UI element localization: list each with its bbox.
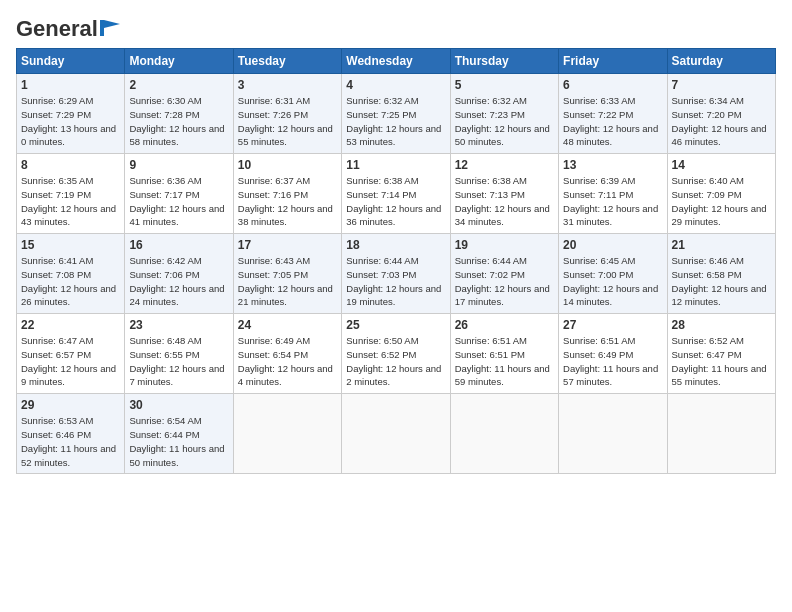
day-sunrise: Sunrise: 6:44 AM	[346, 255, 418, 266]
day-sunset: Sunset: 6:52 PM	[346, 349, 416, 360]
day-daylight-label: Daylight: 11 hours and 59 minutes.	[455, 363, 550, 388]
day-number: 14	[672, 158, 771, 172]
day-daylight-label: Daylight: 12 hours and 21 minutes.	[238, 283, 333, 308]
calendar-day-cell: 4 Sunrise: 6:32 AM Sunset: 7:25 PM Dayli…	[342, 74, 450, 154]
day-number: 25	[346, 318, 445, 332]
day-number: 5	[455, 78, 554, 92]
day-sunrise: Sunrise: 6:45 AM	[563, 255, 635, 266]
day-sunset: Sunset: 7:22 PM	[563, 109, 633, 120]
day-daylight-label: Daylight: 12 hours and 31 minutes.	[563, 203, 658, 228]
day-daylight-label: Daylight: 12 hours and 12 minutes.	[672, 283, 767, 308]
day-daylight-label: Daylight: 12 hours and 29 minutes.	[672, 203, 767, 228]
empty-cell	[450, 394, 558, 474]
day-of-week-header: Monday	[125, 49, 233, 74]
day-sunset: Sunset: 6:47 PM	[672, 349, 742, 360]
day-number: 26	[455, 318, 554, 332]
day-number: 20	[563, 238, 662, 252]
day-number: 27	[563, 318, 662, 332]
day-number: 23	[129, 318, 228, 332]
day-sunset: Sunset: 6:54 PM	[238, 349, 308, 360]
day-number: 29	[21, 398, 120, 412]
day-sunrise: Sunrise: 6:46 AM	[672, 255, 744, 266]
calendar-day-cell: 16 Sunrise: 6:42 AM Sunset: 7:06 PM Dayl…	[125, 234, 233, 314]
day-sunrise: Sunrise: 6:40 AM	[672, 175, 744, 186]
day-sunset: Sunset: 7:16 PM	[238, 189, 308, 200]
empty-cell	[342, 394, 450, 474]
calendar-day-cell: 13 Sunrise: 6:39 AM Sunset: 7:11 PM Dayl…	[559, 154, 667, 234]
day-number: 30	[129, 398, 228, 412]
calendar-day-cell: 22 Sunrise: 6:47 AM Sunset: 6:57 PM Dayl…	[17, 314, 125, 394]
day-sunset: Sunset: 7:03 PM	[346, 269, 416, 280]
calendar-day-cell: 25 Sunrise: 6:50 AM Sunset: 6:52 PM Dayl…	[342, 314, 450, 394]
day-sunrise: Sunrise: 6:52 AM	[672, 335, 744, 346]
day-sunset: Sunset: 7:05 PM	[238, 269, 308, 280]
day-sunrise: Sunrise: 6:38 AM	[346, 175, 418, 186]
day-daylight-label: Daylight: 12 hours and 36 minutes.	[346, 203, 441, 228]
calendar-day-cell: 19 Sunrise: 6:44 AM Sunset: 7:02 PM Dayl…	[450, 234, 558, 314]
day-sunset: Sunset: 6:46 PM	[21, 429, 91, 440]
day-daylight-label: Daylight: 12 hours and 34 minutes.	[455, 203, 550, 228]
day-sunset: Sunset: 7:11 PM	[563, 189, 633, 200]
day-sunset: Sunset: 6:58 PM	[672, 269, 742, 280]
day-sunset: Sunset: 7:14 PM	[346, 189, 416, 200]
day-sunset: Sunset: 7:09 PM	[672, 189, 742, 200]
day-number: 19	[455, 238, 554, 252]
calendar-day-cell: 17 Sunrise: 6:43 AM Sunset: 7:05 PM Dayl…	[233, 234, 341, 314]
day-number: 13	[563, 158, 662, 172]
day-of-week-header: Tuesday	[233, 49, 341, 74]
day-daylight-label: Daylight: 11 hours and 55 minutes.	[672, 363, 767, 388]
calendar-day-cell: 26 Sunrise: 6:51 AM Sunset: 6:51 PM Dayl…	[450, 314, 558, 394]
calendar-day-cell: 18 Sunrise: 6:44 AM Sunset: 7:03 PM Dayl…	[342, 234, 450, 314]
day-sunrise: Sunrise: 6:30 AM	[129, 95, 201, 106]
day-sunset: Sunset: 7:08 PM	[21, 269, 91, 280]
day-number: 4	[346, 78, 445, 92]
day-daylight-label: Daylight: 12 hours and 58 minutes.	[129, 123, 224, 148]
calendar-day-cell: 7 Sunrise: 6:34 AM Sunset: 7:20 PM Dayli…	[667, 74, 775, 154]
calendar-header: General	[16, 16, 776, 38]
day-sunrise: Sunrise: 6:43 AM	[238, 255, 310, 266]
calendar-day-cell: 11 Sunrise: 6:38 AM Sunset: 7:14 PM Dayl…	[342, 154, 450, 234]
svg-rect-1	[100, 20, 104, 36]
day-sunset: Sunset: 7:17 PM	[129, 189, 199, 200]
day-daylight-label: Daylight: 11 hours and 52 minutes.	[21, 443, 116, 468]
day-number: 2	[129, 78, 228, 92]
calendar-table: SundayMondayTuesdayWednesdayThursdayFrid…	[16, 48, 776, 474]
calendar-day-cell: 14 Sunrise: 6:40 AM Sunset: 7:09 PM Dayl…	[667, 154, 775, 234]
day-sunrise: Sunrise: 6:35 AM	[21, 175, 93, 186]
day-sunrise: Sunrise: 6:42 AM	[129, 255, 201, 266]
day-sunrise: Sunrise: 6:54 AM	[129, 415, 201, 426]
calendar-day-cell: 15 Sunrise: 6:41 AM Sunset: 7:08 PM Dayl…	[17, 234, 125, 314]
day-sunset: Sunset: 7:19 PM	[21, 189, 91, 200]
day-sunset: Sunset: 6:49 PM	[563, 349, 633, 360]
day-sunset: Sunset: 7:00 PM	[563, 269, 633, 280]
day-daylight-label: Daylight: 12 hours and 53 minutes.	[346, 123, 441, 148]
day-sunset: Sunset: 7:23 PM	[455, 109, 525, 120]
day-sunset: Sunset: 7:26 PM	[238, 109, 308, 120]
day-sunset: Sunset: 6:51 PM	[455, 349, 525, 360]
day-of-week-header: Thursday	[450, 49, 558, 74]
day-sunrise: Sunrise: 6:41 AM	[21, 255, 93, 266]
calendar-day-cell: 23 Sunrise: 6:48 AM Sunset: 6:55 PM Dayl…	[125, 314, 233, 394]
day-sunrise: Sunrise: 6:37 AM	[238, 175, 310, 186]
day-number: 1	[21, 78, 120, 92]
day-daylight-label: Daylight: 12 hours and 43 minutes.	[21, 203, 116, 228]
day-daylight-label: Daylight: 12 hours and 55 minutes.	[238, 123, 333, 148]
day-sunrise: Sunrise: 6:47 AM	[21, 335, 93, 346]
day-of-week-header: Sunday	[17, 49, 125, 74]
empty-cell	[667, 394, 775, 474]
calendar-day-cell: 21 Sunrise: 6:46 AM Sunset: 6:58 PM Dayl…	[667, 234, 775, 314]
day-number: 17	[238, 238, 337, 252]
day-number: 22	[21, 318, 120, 332]
day-sunset: Sunset: 7:02 PM	[455, 269, 525, 280]
day-number: 18	[346, 238, 445, 252]
day-number: 6	[563, 78, 662, 92]
day-sunrise: Sunrise: 6:44 AM	[455, 255, 527, 266]
day-sunrise: Sunrise: 6:53 AM	[21, 415, 93, 426]
calendar-day-cell: 29 Sunrise: 6:53 AM Sunset: 6:46 PM Dayl…	[17, 394, 125, 474]
day-number: 28	[672, 318, 771, 332]
day-daylight-label: Daylight: 12 hours and 7 minutes.	[129, 363, 224, 388]
day-sunrise: Sunrise: 6:51 AM	[455, 335, 527, 346]
logo-flag-icon	[100, 20, 120, 36]
day-number: 24	[238, 318, 337, 332]
day-number: 3	[238, 78, 337, 92]
